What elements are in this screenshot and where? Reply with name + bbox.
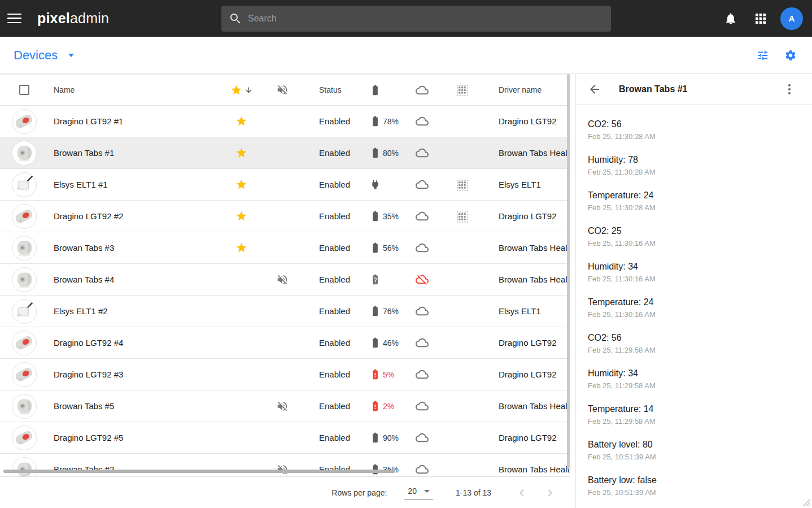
table-row[interactable]: Browan Tabs #1 Enabled 80% Br (0, 137, 570, 169)
device-status: Enabled (308, 433, 361, 442)
rows-per-page-label: Rows per page: (331, 488, 387, 497)
vertical-scrollbar[interactable] (567, 74, 570, 469)
table-header: Name Status Driver name (0, 74, 570, 106)
dragino-device-image (12, 363, 36, 387)
device-name: Dragino LGT92 #4 (54, 338, 226, 348)
select-all-checkbox[interactable] (19, 85, 29, 95)
table-row[interactable]: Dragino LGT92 #1 Enabled 78% (0, 106, 570, 137)
filter-tune-icon[interactable] (757, 49, 769, 62)
driver-name: Dragino LGT92 (483, 116, 570, 126)
more-options-kebab-icon[interactable] (783, 83, 796, 96)
caret-down-icon (68, 54, 74, 57)
battery-icon (369, 115, 381, 127)
reading-timestamp: Feb 25, 11:30:28 AM (588, 167, 801, 177)
table-row[interactable]: Dragino LGT92 #2 Enabled 35% (0, 201, 570, 232)
settings-gear-icon[interactable] (784, 49, 797, 62)
battery-percent: 46% (383, 338, 399, 348)
menu-icon[interactable] (7, 11, 22, 26)
top-app-bar: pixeladmin A (0, 0, 812, 37)
table-row[interactable]: Elsys ELT1 #2 Enabled 76% Els (0, 296, 570, 327)
volume-off-icon (276, 84, 289, 96)
battery-icon (369, 147, 381, 159)
search-input[interactable] (242, 6, 611, 32)
table-row[interactable]: Dragino LGT92 #5 Enabled 90% (0, 422, 570, 454)
device-status: Enabled (308, 116, 361, 126)
browan-device-image (12, 236, 36, 260)
reading-timestamp: Feb 25, 11:29:58 AM (588, 380, 801, 391)
column-header-grid[interactable] (440, 84, 483, 96)
user-avatar[interactable]: A (780, 7, 803, 30)
reading-item: Battery low: false Feb 25, 10:51:39 AM (588, 474, 801, 498)
notifications-bell-icon[interactable] (724, 12, 737, 25)
elsys-device-image (12, 173, 36, 197)
column-header-battery[interactable] (361, 84, 404, 96)
page-title-dropdown[interactable]: Devices (14, 48, 74, 63)
device-avatar (12, 299, 37, 324)
cloud-icon (416, 115, 429, 128)
driver-name: Dragino LGT92 (483, 433, 570, 442)
favorite-star-icon (230, 84, 242, 96)
device-detail-panel: Browan Tabs #1 CO2: 56 Feb 25, 11:30:28 … (575, 74, 812, 508)
resize-grip-icon[interactable] (799, 495, 811, 507)
apps-grid-icon[interactable] (754, 12, 767, 25)
device-name: Browan Tabs #5 (54, 401, 226, 411)
reading-timestamp: Feb 25, 10:51:39 AM (588, 451, 801, 462)
reading-item: CO2: 56 Feb 25, 11:29:58 AM (588, 332, 801, 355)
device-avatar (12, 236, 37, 260)
cloud-icon (416, 368, 429, 381)
table-row[interactable]: Dragino LGT92 #3 Enabled 5% D (0, 359, 570, 390)
driver-name: Dragino LGT92 (483, 211, 570, 221)
cloud-off-icon (416, 273, 429, 286)
table-row[interactable]: Browan Tabs #5 Enabled 2% Bro (0, 390, 570, 422)
driver-name: Browan Tabs Healthy (483, 464, 570, 474)
next-page-chevron-icon[interactable] (543, 486, 557, 500)
device-name: Dragino LGT92 #1 (54, 116, 226, 126)
reading-item: Battery level: 80 Feb 25, 10:51:39 AM (588, 438, 801, 462)
panel-title: Browan Tabs #1 (619, 84, 688, 94)
logo-light: admin (70, 10, 109, 26)
reading-item: Humidity: 78 Feb 25, 11:30:28 AM (588, 154, 801, 177)
battery-percent: 35% (383, 212, 399, 221)
table-row[interactable]: Browan Tabs #4 Enabled Browa (0, 264, 570, 296)
table-row[interactable]: Browan Tabs #2 Enabled 35% Br (0, 454, 570, 476)
favorite-star-icon[interactable] (235, 115, 247, 127)
cloud-icon (416, 305, 429, 318)
cloud-icon (416, 84, 429, 97)
column-header-driver[interactable]: Driver name (483, 85, 570, 94)
back-arrow-icon[interactable] (588, 83, 601, 96)
toolbar: Devices (0, 37, 812, 74)
battery-percent: 90% (383, 433, 399, 442)
horizontal-scrollbar[interactable] (3, 470, 395, 473)
dragino-device-image (12, 331, 36, 355)
column-header-cloud[interactable] (404, 84, 440, 97)
battery-percent: 2% (383, 402, 394, 411)
favorite-star-icon[interactable] (235, 210, 247, 222)
favorite-star-icon[interactable] (235, 147, 247, 159)
battery-alert-icon (369, 400, 381, 412)
device-avatar (12, 394, 37, 419)
reading-label: Temperature: 24 (588, 296, 801, 308)
reading-item: Temperature: 14 Feb 25, 11:29:58 AM (588, 403, 801, 427)
battery-icon (369, 305, 381, 317)
volume-off-icon (276, 400, 289, 413)
readings-list: CO2: 56 Feb 25, 11:30:28 AM Humidity: 78… (576, 105, 812, 507)
browan-device-image (12, 458, 36, 477)
device-avatar (12, 362, 37, 387)
cloud-icon (416, 241, 429, 254)
volume-off-icon (276, 273, 289, 286)
previous-page-chevron-icon[interactable] (515, 486, 529, 500)
table-row[interactable]: Elsys ELT1 #1 Enabled Elsys (0, 169, 570, 201)
column-header-favorite[interactable] (226, 84, 257, 96)
column-header-name[interactable]: Name (54, 85, 226, 94)
column-header-muted[interactable] (257, 84, 308, 96)
cloud-icon (416, 146, 429, 159)
table-row[interactable]: Browan Tabs #3 Enabled 56% Br (0, 232, 570, 264)
page-title: Devices (14, 48, 58, 63)
favorite-star-icon[interactable] (235, 242, 247, 254)
column-header-status[interactable]: Status (308, 85, 361, 94)
table-row[interactable]: Dragino LGT92 #4 Enabled 46% (0, 327, 570, 359)
rows-per-page-select[interactable]: 20 (404, 485, 433, 500)
device-status: Enabled (308, 180, 361, 189)
favorite-star-icon[interactable] (235, 179, 247, 190)
battery-icon (369, 242, 381, 254)
